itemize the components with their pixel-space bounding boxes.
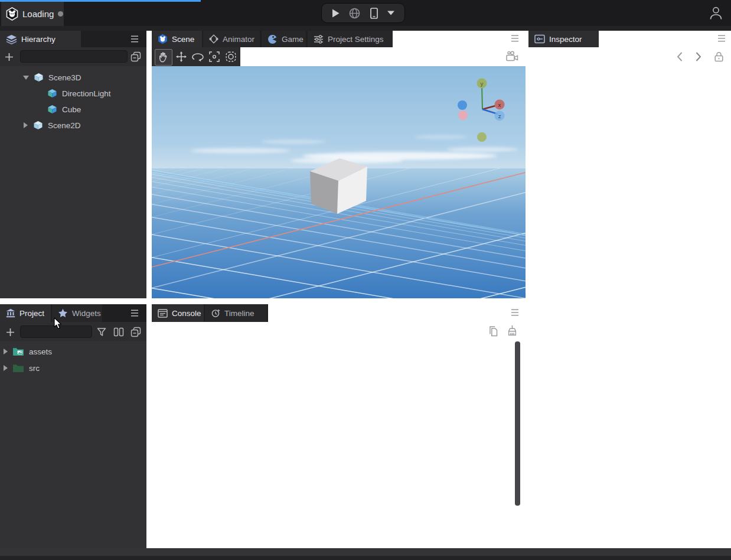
run-more-button[interactable] [387,11,394,15]
project-filter-button[interactable] [96,326,107,338]
entity-cube-icon [47,89,57,98]
columns-icon [113,327,124,337]
animator-icon [209,34,218,44]
scene-cube-icon [34,73,44,82]
scene-toolbar [152,47,240,66]
gizmo-x-ball[interactable]: x [495,100,505,110]
gizmo-neg-y-ball[interactable] [477,132,487,142]
tab-game[interactable]: Game [262,31,306,47]
scene-camera-button[interactable] [504,50,520,63]
menu-icon [717,35,726,42]
project-layout-button[interactable] [113,326,125,338]
svg-text:x: x [498,102,501,108]
play-button[interactable] [332,9,340,18]
hand-icon [159,52,168,63]
chevron-left-icon [677,52,683,61]
gizmo-z-ball[interactable]: z [495,111,505,121]
project-toolbar [0,322,146,341]
menu-icon [511,35,519,42]
camera-icon [505,51,519,62]
tree-row-scene3d[interactable]: Scene3D [0,70,146,85]
hierarchy-menu-button[interactable] [130,35,139,43]
caret-right-icon[interactable] [4,349,8,354]
tree-label: assets [29,347,52,356]
tab-inspector[interactable]: Inspector [528,31,599,47]
hierarchy-toolbar [0,47,146,66]
svg-text:y: y [480,81,484,87]
project-tabrow: Project Widgets [0,304,146,322]
topbar: Loading [0,0,731,26]
preview-device-button[interactable] [370,8,378,19]
bank-icon [6,308,15,318]
game-icon [267,34,278,44]
star-icon [58,308,68,318]
entity-cube-icon [47,105,57,114]
tree-row-src[interactable]: src [0,360,146,376]
play-icon [332,9,340,18]
frame-tool-button[interactable] [207,50,221,63]
console-copy-button[interactable] [487,324,498,337]
project-menu-button[interactable] [130,309,139,317]
console-menu-button[interactable] [510,308,520,317]
scene-viewport[interactable]: y x z [152,66,526,298]
tab-hierarchy[interactable]: Hierarchy [0,31,81,47]
project-tree: assets src [0,341,146,548]
console-clear-button[interactable] [505,324,518,337]
tree-row-cube[interactable]: Cube [0,102,146,117]
project-add-button[interactable] [5,327,15,337]
console-icon [158,309,168,318]
loading-progress-bar [0,0,201,2]
tab-project[interactable]: Project [0,304,51,322]
hierarchy-tabrow: Hierarchy [0,31,146,47]
scene-tabrow: Scene Animator Game Project Settings [152,31,393,47]
tab-animator[interactable]: Animator [203,31,260,47]
gizmo-y-ball[interactable]: y [477,79,487,89]
hierarchy-search-input[interactable] [20,50,128,63]
hierarchy-add-button[interactable] [4,51,14,62]
tree-row-scene2d[interactable]: Scene2D [0,118,146,133]
plus-icon [6,328,15,337]
console-scrollbar-thumb[interactable] [515,341,520,506]
project-collapse-all-button[interactable] [130,326,142,338]
gizmo-neg-x-ball[interactable] [458,110,468,120]
inspector-back-button[interactable] [675,51,684,62]
console-log-area [152,341,526,548]
scene-menu-button[interactable] [510,34,520,43]
inspector-forward-button[interactable] [694,51,703,62]
frame-icon [209,51,220,62]
preview-web-button[interactable] [349,8,360,19]
chevron-right-icon [696,52,701,61]
rotate-tool-button[interactable] [191,50,205,63]
tab-timeline[interactable]: Timeline [205,304,267,322]
gizmo-neg-z-ball[interactable] [458,100,467,110]
collapse-all-icon [130,51,141,62]
status-dot [58,11,63,17]
account-button[interactable] [707,5,724,21]
collapse-all-icon [130,327,141,337]
viewport-canvas: y x z [152,66,526,298]
tab-console[interactable]: Console [152,304,204,322]
project-title-tab[interactable]: Loading [1,2,64,26]
tab-scene[interactable]: Scene [152,31,202,47]
assets-folder-icon [12,347,24,356]
timeline-clock-icon [211,308,220,318]
inspector-body-empty [528,66,731,548]
svg-text:z: z [498,113,501,119]
tab-project-settings[interactable]: Project Settings [308,31,393,47]
hand-tool-button[interactable] [155,49,172,66]
inspector-menu-button[interactable] [717,34,726,43]
caret-down-icon[interactable] [23,76,29,80]
region-tool-button[interactable] [224,50,238,63]
plus-icon [5,53,14,61]
lock-icon [714,51,723,62]
caret-right-icon[interactable] [4,365,8,371]
tree-row-assets[interactable]: assets [0,344,146,359]
person-icon [709,6,723,20]
inspector-lock-button[interactable] [713,51,724,63]
move-tool-button[interactable] [174,50,188,63]
tree-row-directionlight[interactable]: DirectionLight [0,86,146,101]
scene-hexagon-icon [158,34,168,44]
sliders-icon [314,35,324,44]
caret-right-icon[interactable] [24,122,28,128]
hierarchy-collapse-all-button[interactable] [130,51,142,63]
